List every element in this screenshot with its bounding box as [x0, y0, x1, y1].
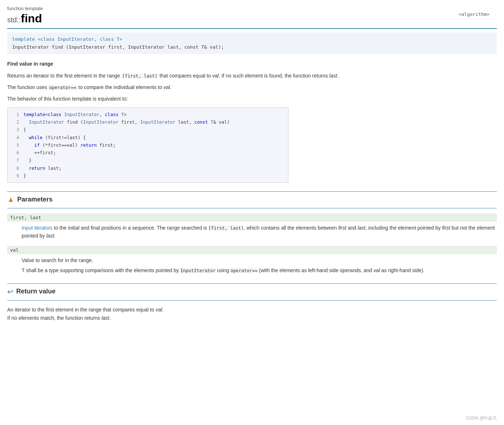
params-icon: ▲	[7, 195, 14, 204]
code-line-7: 7 }	[8, 156, 288, 164]
line-num: 5	[11, 141, 19, 149]
return-section-body: An iterator to the first element in the …	[7, 306, 497, 323]
line-num: 1	[11, 111, 19, 118]
line-num: 7	[11, 156, 19, 164]
code-line-5: 5 if (*first==val) return first;	[8, 141, 288, 149]
param-desc-val: Value to search for in the range. T shal…	[7, 256, 497, 275]
signature-block: template <class InputIterator, class T> …	[7, 32, 497, 54]
line-num: 4	[11, 134, 19, 141]
return-section-header: ↩ Return value	[7, 287, 497, 296]
return-divider	[7, 283, 497, 284]
line-num: 3	[11, 126, 19, 133]
function-type-label: function template	[7, 6, 497, 11]
code-line-6: 6 ++first;	[8, 149, 288, 156]
param-desc-first-last: Input iterators to the initial and final…	[7, 224, 497, 240]
input-iterators-link[interactable]: Input iterators	[22, 225, 53, 231]
param-name-first-last: first, last	[7, 213, 497, 222]
params-underline	[7, 208, 497, 208]
algorithm-badge: <algorithm>	[459, 12, 490, 17]
code-line-2: 2 InputIterator find (InputIterator firs…	[8, 118, 288, 126]
code-block: 1 template<class InputIterator, class T>…	[7, 107, 288, 183]
signature-line2: InputIterator find (InputIterator first,…	[12, 43, 492, 51]
param-first-last: first, last Input iterators to the initi…	[7, 213, 497, 240]
line-num: 2	[11, 118, 19, 126]
param-val: val Value to search for in the range. T …	[7, 246, 497, 275]
param-name-val: val	[7, 246, 497, 254]
return-line2: If no elements match, the function retur…	[7, 314, 497, 323]
function-name: find	[21, 12, 42, 25]
desc-paragraph-3: The behavior of this function template i…	[7, 95, 497, 103]
desc-paragraph-1: Returns an iterator to the first element…	[7, 72, 497, 80]
return-icon: ↩	[7, 287, 13, 296]
line-num: 6	[11, 149, 19, 156]
params-divider	[7, 191, 497, 192]
line-num: 8	[11, 164, 19, 172]
params-title: Parameters	[17, 196, 53, 203]
code-line-4: 4 while (first!=last) {	[8, 134, 288, 141]
code-line-8: 8 return last;	[8, 164, 288, 172]
find-value-heading: Find value in range	[7, 61, 53, 67]
header-divider	[7, 28, 497, 29]
namespace-prefix: std::	[7, 16, 21, 24]
params-section-header: ▲ Parameters	[7, 195, 497, 204]
code-line-3: 3 {	[8, 126, 288, 133]
description-section: Find value in range Returns an iterator …	[7, 60, 497, 103]
page-title: std::find	[7, 12, 497, 25]
desc-paragraph-2: The function uses operator== to compare …	[7, 83, 497, 91]
return-line1: An iterator to the first element in the …	[7, 306, 497, 314]
code-line-9: 9 }	[8, 172, 288, 180]
return-title: Return value	[16, 288, 56, 295]
signature-line1: template <class InputIterator, class T>	[12, 35, 492, 43]
line-num: 9	[11, 172, 19, 180]
code-line-1: 1 template<class InputIterator, class T>	[8, 111, 288, 118]
return-underline	[7, 300, 497, 301]
